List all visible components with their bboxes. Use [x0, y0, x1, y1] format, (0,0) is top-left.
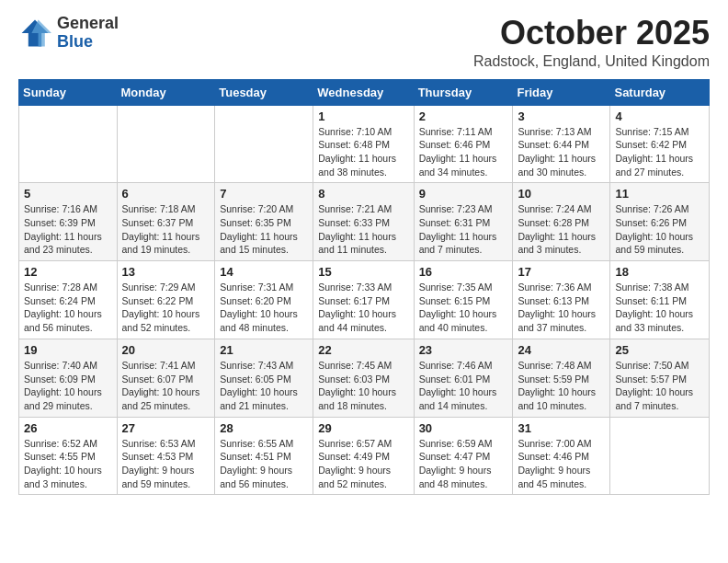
day-number: 5	[24, 187, 112, 201]
day-info: Sunrise: 7:46 AM Sunset: 6:01 PM Dayligh…	[419, 359, 508, 413]
table-row: 18Sunrise: 7:38 AM Sunset: 6:11 PM Dayli…	[610, 261, 710, 339]
logo-icon	[18, 17, 51, 50]
day-number: 17	[518, 265, 605, 279]
day-number: 30	[419, 421, 508, 435]
day-number: 22	[318, 343, 408, 357]
day-info: Sunrise: 7:40 AM Sunset: 6:09 PM Dayligh…	[24, 359, 112, 413]
day-info: Sunrise: 7:50 AM Sunset: 5:57 PM Dayligh…	[615, 359, 704, 413]
header-friday: Friday	[513, 79, 610, 105]
table-row: 26Sunrise: 6:52 AM Sunset: 4:55 PM Dayli…	[19, 417, 118, 495]
day-info: Sunrise: 7:21 AM Sunset: 6:33 PM Dayligh…	[318, 202, 408, 257]
day-info: Sunrise: 7:29 AM Sunset: 6:22 PM Dayligh…	[122, 281, 210, 335]
weekday-header-row: Sunday Monday Tuesday Wednesday Thursday…	[19, 79, 710, 105]
day-info: Sunrise: 7:15 AM Sunset: 6:42 PM Dayligh…	[615, 125, 704, 179]
day-info: Sunrise: 6:59 AM Sunset: 4:47 PM Dayligh…	[419, 437, 508, 491]
day-number: 2	[419, 109, 508, 123]
table-row: 4Sunrise: 7:15 AM Sunset: 6:42 PM Daylig…	[610, 105, 710, 183]
day-info: Sunrise: 7:20 AM Sunset: 6:35 PM Dayligh…	[220, 202, 308, 257]
day-number: 9	[419, 187, 508, 201]
table-row: 7Sunrise: 7:20 AM Sunset: 6:35 PM Daylig…	[215, 183, 313, 261]
table-row: 30Sunrise: 6:59 AM Sunset: 4:47 PM Dayli…	[414, 417, 513, 495]
table-row	[117, 105, 215, 183]
day-info: Sunrise: 7:13 AM Sunset: 6:44 PM Dayligh…	[518, 125, 605, 179]
page-container: General Blue October 2025 Radstock, Engl…	[0, 0, 728, 504]
day-number: 31	[518, 421, 605, 435]
table-row: 14Sunrise: 7:31 AM Sunset: 6:20 PM Dayli…	[215, 261, 313, 339]
day-info: Sunrise: 7:28 AM Sunset: 6:24 PM Dayligh…	[24, 281, 112, 335]
month-title: October 2025	[473, 15, 710, 52]
table-row: 13Sunrise: 7:29 AM Sunset: 6:22 PM Dayli…	[117, 261, 215, 339]
table-row: 20Sunrise: 7:41 AM Sunset: 6:07 PM Dayli…	[117, 339, 215, 417]
day-number: 10	[518, 187, 605, 201]
day-number: 15	[318, 265, 408, 279]
day-number: 6	[122, 187, 210, 201]
table-row: 22Sunrise: 7:45 AM Sunset: 6:03 PM Dayli…	[313, 339, 414, 417]
day-info: Sunrise: 7:16 AM Sunset: 6:39 PM Dayligh…	[24, 202, 112, 257]
table-row: 8Sunrise: 7:21 AM Sunset: 6:33 PM Daylig…	[313, 183, 414, 261]
day-info: Sunrise: 7:43 AM Sunset: 6:05 PM Dayligh…	[220, 359, 308, 413]
day-info: Sunrise: 7:36 AM Sunset: 6:13 PM Dayligh…	[518, 281, 605, 335]
header: General Blue October 2025 Radstock, Engl…	[18, 15, 710, 70]
table-row	[610, 417, 710, 495]
logo-general: General	[57, 15, 119, 33]
day-number: 24	[518, 343, 605, 357]
table-row: 6Sunrise: 7:18 AM Sunset: 6:37 PM Daylig…	[117, 183, 215, 261]
day-info: Sunrise: 6:52 AM Sunset: 4:55 PM Dayligh…	[24, 437, 112, 491]
logo: General Blue	[18, 15, 119, 52]
day-number: 4	[615, 109, 704, 123]
day-info: Sunrise: 7:38 AM Sunset: 6:11 PM Dayligh…	[615, 281, 704, 335]
day-number: 11	[615, 187, 704, 201]
day-info: Sunrise: 7:48 AM Sunset: 5:59 PM Dayligh…	[518, 359, 605, 413]
day-info: Sunrise: 6:55 AM Sunset: 4:51 PM Dayligh…	[220, 437, 308, 491]
day-info: Sunrise: 7:11 AM Sunset: 6:46 PM Dayligh…	[419, 125, 508, 179]
day-info: Sunrise: 7:23 AM Sunset: 6:31 PM Dayligh…	[419, 202, 508, 257]
calendar-week-row: 12Sunrise: 7:28 AM Sunset: 6:24 PM Dayli…	[19, 261, 710, 339]
table-row: 1Sunrise: 7:10 AM Sunset: 6:48 PM Daylig…	[313, 105, 414, 183]
calendar-week-row: 1Sunrise: 7:10 AM Sunset: 6:48 PM Daylig…	[19, 105, 710, 183]
table-row: 25Sunrise: 7:50 AM Sunset: 5:57 PM Dayli…	[610, 339, 710, 417]
calendar-table: Sunday Monday Tuesday Wednesday Thursday…	[18, 79, 710, 496]
day-number: 7	[220, 187, 308, 201]
day-info: Sunrise: 7:26 AM Sunset: 6:26 PM Dayligh…	[615, 202, 704, 257]
table-row: 12Sunrise: 7:28 AM Sunset: 6:24 PM Dayli…	[19, 261, 118, 339]
day-info: Sunrise: 7:31 AM Sunset: 6:20 PM Dayligh…	[220, 281, 308, 335]
day-info: Sunrise: 7:35 AM Sunset: 6:15 PM Dayligh…	[419, 281, 508, 335]
day-number: 14	[220, 265, 308, 279]
table-row	[215, 105, 313, 183]
table-row: 11Sunrise: 7:26 AM Sunset: 6:26 PM Dayli…	[610, 183, 710, 261]
table-row: 9Sunrise: 7:23 AM Sunset: 6:31 PM Daylig…	[414, 183, 513, 261]
table-row: 10Sunrise: 7:24 AM Sunset: 6:28 PM Dayli…	[513, 183, 610, 261]
day-info: Sunrise: 6:57 AM Sunset: 4:49 PM Dayligh…	[318, 437, 408, 491]
table-row: 3Sunrise: 7:13 AM Sunset: 6:44 PM Daylig…	[513, 105, 610, 183]
day-number: 20	[122, 343, 210, 357]
day-info: Sunrise: 7:41 AM Sunset: 6:07 PM Dayligh…	[122, 359, 210, 413]
day-number: 13	[122, 265, 210, 279]
day-info: Sunrise: 6:53 AM Sunset: 4:53 PM Dayligh…	[122, 437, 210, 491]
calendar-week-row: 19Sunrise: 7:40 AM Sunset: 6:09 PM Dayli…	[19, 339, 710, 417]
table-row: 16Sunrise: 7:35 AM Sunset: 6:15 PM Dayli…	[414, 261, 513, 339]
day-number: 18	[615, 265, 704, 279]
table-row: 28Sunrise: 6:55 AM Sunset: 4:51 PM Dayli…	[215, 417, 313, 495]
table-row: 29Sunrise: 6:57 AM Sunset: 4:49 PM Dayli…	[313, 417, 414, 495]
day-number: 29	[318, 421, 408, 435]
day-number: 3	[518, 109, 605, 123]
table-row: 19Sunrise: 7:40 AM Sunset: 6:09 PM Dayli…	[19, 339, 118, 417]
day-info: Sunrise: 7:10 AM Sunset: 6:48 PM Dayligh…	[318, 125, 408, 179]
table-row: 2Sunrise: 7:11 AM Sunset: 6:46 PM Daylig…	[414, 105, 513, 183]
day-number: 21	[220, 343, 308, 357]
header-tuesday: Tuesday	[215, 79, 313, 105]
day-number: 27	[122, 421, 210, 435]
location: Radstock, England, United Kingdom	[473, 53, 710, 70]
day-info: Sunrise: 7:18 AM Sunset: 6:37 PM Dayligh…	[122, 202, 210, 257]
day-number: 28	[220, 421, 308, 435]
day-info: Sunrise: 7:45 AM Sunset: 6:03 PM Dayligh…	[318, 359, 408, 413]
header-monday: Monday	[117, 79, 215, 105]
logo-text: General Blue	[57, 15, 119, 52]
day-number: 19	[24, 343, 112, 357]
calendar-week-row: 26Sunrise: 6:52 AM Sunset: 4:55 PM Dayli…	[19, 417, 710, 495]
day-info: Sunrise: 7:00 AM Sunset: 4:46 PM Dayligh…	[518, 437, 605, 491]
calendar-week-row: 5Sunrise: 7:16 AM Sunset: 6:39 PM Daylig…	[19, 183, 710, 261]
table-row: 27Sunrise: 6:53 AM Sunset: 4:53 PM Dayli…	[117, 417, 215, 495]
table-row: 31Sunrise: 7:00 AM Sunset: 4:46 PM Dayli…	[513, 417, 610, 495]
header-saturday: Saturday	[610, 79, 710, 105]
